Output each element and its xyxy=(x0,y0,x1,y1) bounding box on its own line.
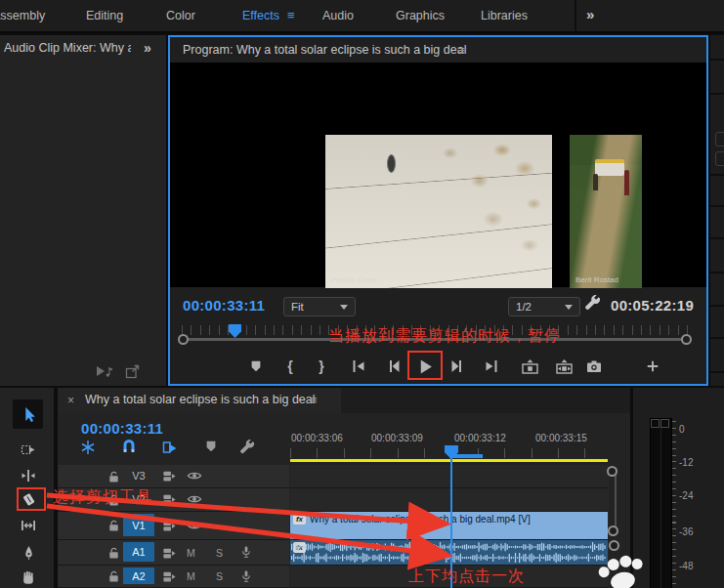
track-lane-v2[interactable] xyxy=(290,488,609,512)
mixer-overflow-chevron[interactable]: » xyxy=(144,40,151,56)
voiceover-mic-icon[interactable] xyxy=(239,545,255,560)
snap-magnet-icon[interactable] xyxy=(121,440,139,457)
playback-resolution-value: 1/2 xyxy=(516,301,532,313)
export-frame-button[interactable] xyxy=(583,356,605,377)
linked-selection-icon[interactable] xyxy=(162,440,180,457)
extract-button[interactable] xyxy=(553,356,575,377)
mark-out-button[interactable]: } xyxy=(311,356,332,377)
selection-tool[interactable] xyxy=(18,403,39,425)
scrollbar-handle[interactable] xyxy=(608,525,618,536)
razor-tool-highlight-box xyxy=(17,487,46,511)
audio-clip[interactable]: fx xyxy=(290,540,608,565)
ripple-edit-tool[interactable] xyxy=(18,465,39,486)
list-divider xyxy=(710,237,724,239)
settings-wrench-icon[interactable] xyxy=(584,295,601,312)
timeline-scrollbar-track[interactable] xyxy=(615,472,617,530)
workspace-tab-assembly[interactable]: Assembly xyxy=(0,0,45,31)
scrollbar-handle[interactable] xyxy=(609,540,619,551)
program-playhead-caret[interactable] xyxy=(229,324,241,338)
workspace-tab-graphics[interactable]: Graphics xyxy=(396,0,445,31)
meter-scale-label: 0 xyxy=(679,424,685,435)
track-header-v3: V3 xyxy=(58,465,289,488)
sync-lock-icon[interactable] xyxy=(162,469,178,483)
wall-object xyxy=(387,154,396,173)
program-panel-menu-icon[interactable]: ≡ xyxy=(457,43,465,58)
workspace-tab-color[interactable]: Color xyxy=(166,0,195,31)
slip-tool[interactable] xyxy=(18,515,39,536)
solo-button[interactable]: S xyxy=(216,540,223,565)
video-clip-label: Why a total solar eclipse is such a big … xyxy=(310,514,531,525)
list-thumbnail xyxy=(715,151,724,166)
workspace-bar-divider xyxy=(575,0,576,31)
program-current-timecode[interactable]: 00:00:33:11 xyxy=(183,297,265,314)
playback-resolution-select[interactable]: 1/2 xyxy=(508,297,580,316)
timeline-panel-menu-icon[interactable]: ≡ xyxy=(310,393,318,407)
audio-clip-mixer-tab[interactable]: Audio Clip Mixer: Why a t xyxy=(4,41,131,55)
step-back-button[interactable] xyxy=(383,356,405,377)
video-clip[interactable]: fx Why a total solar eclipse is such a b… xyxy=(290,512,608,539)
workspace-tab-effects[interactable]: Effects xyxy=(242,0,279,31)
timeline-timecode[interactable]: 00:00:33:11 xyxy=(81,420,163,437)
mute-button[interactable]: M xyxy=(187,540,195,565)
lock-icon[interactable] xyxy=(106,569,122,584)
nest-sequence-icon[interactable] xyxy=(80,440,98,457)
track-label-v3[interactable]: V3 xyxy=(123,467,154,484)
sync-lock-icon[interactable] xyxy=(162,519,178,533)
effects-panel-sliver xyxy=(710,35,724,386)
list-thumbnail xyxy=(715,132,724,147)
track-lane-v3[interactable] xyxy=(290,465,609,488)
sequence-tab[interactable]: × Why a total solar eclipse is such a bi… xyxy=(58,388,341,413)
sync-lock-icon[interactable] xyxy=(162,546,178,561)
track-label-v1[interactable]: V1 xyxy=(123,514,154,536)
track-label-a1[interactable]: A1 xyxy=(123,542,154,562)
hand-tool[interactable] xyxy=(18,567,39,588)
timeline-settings-wrench-icon[interactable] xyxy=(239,440,257,457)
go-to-out-button[interactable] xyxy=(481,356,502,377)
zoom-level-select[interactable]: Fit xyxy=(283,297,356,316)
mark-in-button[interactable]: { xyxy=(279,356,301,377)
timeline-add-marker-icon[interactable] xyxy=(204,440,222,457)
sync-lock-icon[interactable] xyxy=(162,569,178,584)
lock-icon[interactable] xyxy=(106,519,122,533)
play-audio-icon[interactable] xyxy=(96,363,113,379)
chevron-down-icon xyxy=(565,305,573,310)
person-figure xyxy=(593,174,598,190)
step-forward-button[interactable] xyxy=(447,356,468,377)
pen-tool[interactable] xyxy=(18,542,39,564)
workspace-tab-audio[interactable]: Audio xyxy=(322,0,354,31)
solo-button[interactable]: S xyxy=(216,566,223,587)
lock-icon[interactable] xyxy=(106,546,122,561)
mute-button[interactable]: M xyxy=(187,566,195,587)
voiceover-mic-icon[interactable] xyxy=(239,569,255,584)
sync-lock-icon[interactable] xyxy=(162,492,178,507)
effects-tab-menu-icon[interactable]: ≡ xyxy=(287,0,295,31)
list-divider xyxy=(710,305,724,307)
work-area-bar[interactable] xyxy=(290,459,608,462)
button-editor-plus-button[interactable] xyxy=(642,356,663,377)
workspace-bar: Assembly Editing Color Effects ≡ Audio G… xyxy=(0,0,724,33)
fx-badge: fx xyxy=(293,514,306,525)
list-divider xyxy=(710,272,724,273)
track-output-eye-icon[interactable] xyxy=(187,469,202,483)
scrollbar-handle[interactable] xyxy=(607,466,618,477)
workspace-overflow-chevron[interactable]: » xyxy=(586,0,594,31)
go-to-in-button[interactable] xyxy=(348,356,369,377)
track-output-eye-icon[interactable] xyxy=(187,519,202,533)
workspace-tab-editing[interactable]: Editing xyxy=(86,0,123,31)
add-marker-button[interactable] xyxy=(245,356,267,377)
meter-scale-label: -48 xyxy=(679,561,693,571)
track-output-eye-icon[interactable] xyxy=(187,492,202,507)
export-icon[interactable] xyxy=(125,364,141,379)
track-label-a2[interactable]: A2 xyxy=(123,567,154,584)
close-icon[interactable]: × xyxy=(67,394,74,407)
program-panel-title[interactable]: Program: Why a total solar eclipse is su… xyxy=(183,43,466,57)
scrubber-right-handle[interactable] xyxy=(681,334,692,345)
track-select-forward-tool[interactable] xyxy=(18,439,39,460)
sequence-tab-title: Why a total solar eclipse is such a big … xyxy=(85,393,316,406)
lock-icon[interactable] xyxy=(106,470,122,484)
list-divider xyxy=(710,337,724,339)
scrubber-left-handle[interactable] xyxy=(178,334,189,345)
lift-button[interactable] xyxy=(519,356,540,377)
meter-scale-ticks xyxy=(672,421,676,585)
workspace-tab-libraries[interactable]: Libraries xyxy=(481,0,528,31)
